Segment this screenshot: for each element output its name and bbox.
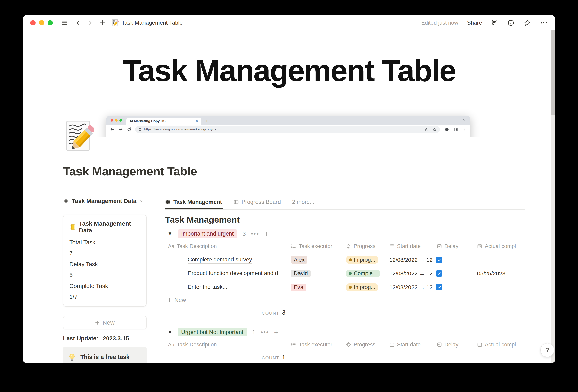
close-window-button[interactable] — [30, 20, 36, 25]
forward-icon[interactable] — [87, 20, 93, 26]
more-options-icon[interactable] — [540, 19, 548, 27]
group-options-icon[interactable]: ••• — [261, 329, 269, 336]
group-tag[interactable]: Important and urgent — [178, 229, 237, 238]
more-tabs-button[interactable]: 2 more... — [292, 199, 314, 209]
titlebar-actions: Edited just now Share — [421, 19, 548, 27]
browser-back-icon — [110, 127, 115, 132]
left-sidebar: Task Management Data Task Management Dat… — [63, 197, 146, 363]
sidebar-new-button[interactable]: New — [63, 316, 146, 330]
column-start-date[interactable]: Start date — [386, 243, 434, 249]
date-property-icon — [477, 244, 482, 249]
column-delay[interactable]: Delay — [434, 342, 474, 348]
stat-value: 1/7 — [69, 294, 140, 300]
linked-view-selector[interactable]: Task Management Data — [63, 197, 146, 207]
task-data-card[interactable]: Task Management Data Total Task 7 Delay … — [63, 215, 146, 306]
table-view-icon — [165, 199, 171, 205]
status-property-icon — [346, 342, 351, 347]
grid-view-icon — [63, 198, 69, 204]
start-date-cell[interactable]: 12/08/2022 → 12 — [386, 280, 434, 294]
column-task-description[interactable]: AaTask Description — [165, 342, 288, 348]
task-title-link[interactable]: Product function development and d — [188, 270, 278, 277]
window-page-title: Task Management Table — [121, 20, 183, 26]
column-actual-completion[interactable]: Actual compl — [474, 342, 525, 348]
tab-label: Progress Board — [241, 199, 281, 205]
status-dot — [349, 286, 352, 289]
new-page-icon[interactable] — [99, 20, 106, 26]
column-progress[interactable]: Progress — [343, 342, 386, 348]
notion-window: Task Management Table Edited just now Sh… — [23, 15, 555, 363]
column-start-date[interactable]: Start date — [386, 342, 434, 348]
group-count: 3 — [242, 230, 246, 237]
history-clock-icon[interactable] — [507, 19, 515, 27]
tab-progress-board[interactable]: Progress Board — [233, 199, 282, 209]
start-date-cell[interactable]: 12/08/2022 → 12 — [386, 253, 434, 266]
favorite-star-icon[interactable] — [524, 19, 531, 27]
actual-completion-cell[interactable]: 05/25/2023 — [474, 267, 525, 280]
cover-hero-title: Task Management Table — [23, 53, 555, 88]
group-options-icon[interactable]: ••• — [251, 230, 259, 237]
tab-task-management[interactable]: Task Management — [165, 199, 223, 209]
delay-checkbox[interactable] — [436, 257, 442, 263]
column-task-description[interactable]: AaTask Description — [165, 243, 288, 249]
count-aggregate[interactable]: COUNT 3 — [165, 309, 288, 316]
executor-tag[interactable]: Alex — [291, 256, 307, 263]
table-row[interactable]: Complete demand survey Alex In prog... 1… — [165, 253, 525, 267]
comments-icon[interactable] — [491, 19, 498, 26]
database-title: Task Management — [165, 215, 525, 225]
delay-checkbox[interactable] — [436, 270, 442, 277]
group-add-icon[interactable]: + — [264, 230, 268, 238]
progress-tag[interactable]: In prog... — [346, 256, 378, 264]
column-task-executor[interactable]: Task executor — [288, 243, 343, 249]
back-icon[interactable] — [75, 20, 81, 26]
table-row[interactable]: Product function development and d David… — [165, 267, 525, 280]
browser-forward-icon — [118, 127, 123, 132]
select-property-icon — [291, 342, 296, 347]
lightbulb-icon — [68, 353, 76, 362]
screenshot: Task Management Table Edited just now Sh… — [0, 0, 578, 392]
scrollbar-thumb[interactable] — [551, 30, 555, 115]
browser-tab: AI Marketing Copy OS ✕ — [126, 118, 201, 125]
column-actual-completion[interactable]: Actual compl — [474, 243, 525, 249]
page-memo-icon[interactable] — [63, 120, 94, 152]
executor-tag[interactable]: Eva — [291, 284, 306, 291]
text-property-icon: Aa — [168, 342, 174, 348]
text-property-icon: Aa — [168, 243, 174, 249]
aggregate-row: COUNT 3 — [165, 306, 525, 319]
executor-tag[interactable]: David — [291, 270, 311, 277]
actual-completion-cell[interactable] — [474, 280, 525, 294]
delay-checkbox[interactable] — [436, 284, 442, 290]
date-property-icon — [477, 342, 482, 347]
table-new-row-button[interactable]: New — [165, 294, 525, 306]
help-button[interactable]: ? — [540, 343, 554, 357]
column-delay[interactable]: Delay — [434, 243, 474, 249]
collapse-triangle-icon[interactable]: ▼ — [168, 329, 172, 335]
zoom-window-button[interactable] — [48, 20, 53, 25]
column-task-executor[interactable]: Task executor — [288, 342, 343, 348]
select-property-icon — [291, 244, 296, 249]
table-row[interactable]: Enter the task... Eva In prog... 12/08/2… — [165, 280, 525, 294]
status-property-icon — [346, 244, 351, 249]
new-tab-icon: + — [205, 119, 208, 124]
start-date-cell[interactable]: 12/08/2022 → 12 — [386, 267, 434, 280]
view-tabs: Task Management Progress Board 2 more... — [165, 195, 525, 210]
actual-completion-cell[interactable] — [474, 253, 525, 266]
group-add-icon[interactable]: + — [274, 328, 278, 336]
browser-traffic-lights — [111, 119, 122, 122]
browser-menu-kebab-icon — [463, 128, 467, 131]
progress-tag[interactable]: In prog... — [346, 283, 378, 291]
memo-page-icon — [111, 19, 119, 27]
count-aggregate[interactable]: COUNT 1 — [165, 354, 288, 361]
group-header-important-urgent: ▼ Important and urgent 3 ••• + — [165, 229, 525, 238]
column-progress[interactable]: Progress — [343, 243, 386, 249]
task-title-link[interactable]: Complete demand survey — [188, 256, 252, 263]
sidebar-new-label: New — [102, 319, 115, 326]
collapse-triangle-icon[interactable]: ▼ — [168, 231, 172, 237]
sidebar-menu-icon[interactable] — [61, 19, 68, 26]
chevron-down-icon — [140, 199, 144, 203]
group-tag[interactable]: Urgent but Not Important — [178, 328, 247, 336]
progress-tag[interactable]: Comple... — [346, 270, 380, 277]
minimize-window-button[interactable] — [39, 20, 44, 25]
titlebar: Task Management Table Edited just now Sh… — [23, 15, 555, 30]
share-button[interactable]: Share — [467, 20, 482, 26]
task-title-link[interactable]: Enter the task... — [188, 284, 227, 291]
